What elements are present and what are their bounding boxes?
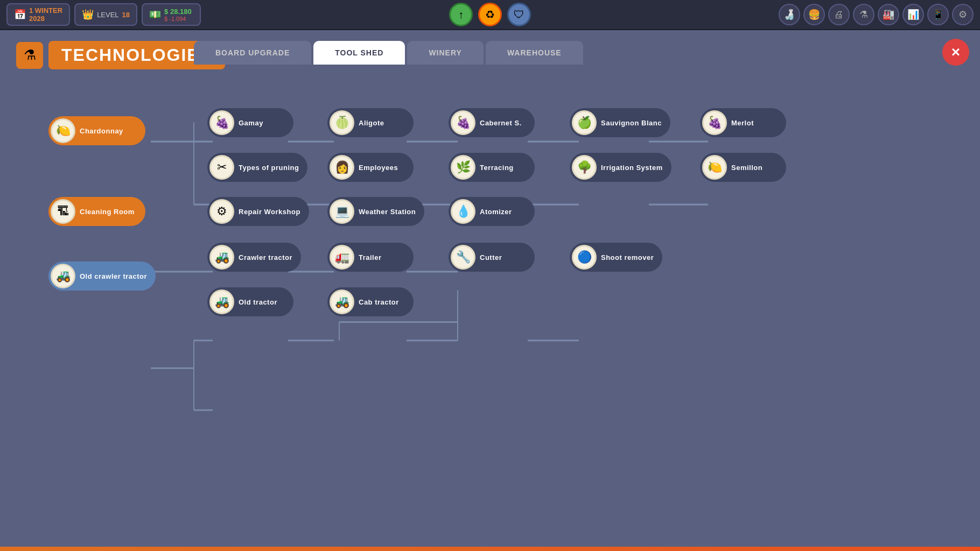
- irrigation-icon: 🌳: [572, 155, 597, 180]
- node-gamay[interactable]: 🍇 Gamay: [207, 108, 293, 137]
- node-pruning[interactable]: ✂ Types of pruning: [207, 153, 307, 182]
- node-cab-tractor[interactable]: 🚜 Cab tractor: [327, 287, 414, 316]
- level-display: 👑 LEVEL 18: [74, 3, 137, 26]
- node-atomizer[interactable]: 💧 Atomizer: [449, 197, 535, 226]
- node-repair-workshop[interactable]: ⚙ Repair Workshop: [207, 197, 309, 226]
- tech-tree: 🍋 Chardonnay 🏗 Cleaning Room 🚜 Old crawl…: [16, 105, 964, 525]
- icon-btn-settings[interactable]: ⚙: [952, 4, 974, 25]
- repair-workshop-label: Repair Workshop: [239, 208, 300, 216]
- topbar-right: 🍶 🍔 🖨 ⚗ 🏭 📊 📱 ⚙: [779, 4, 974, 25]
- shoot-remover-icon: 🔵: [572, 245, 597, 270]
- gamay-icon: 🍇: [209, 110, 234, 135]
- bottom-bar: [0, 547, 980, 551]
- pruning-label: Types of pruning: [239, 164, 299, 172]
- node-shoot-remover[interactable]: 🔵 Shoot remover: [570, 243, 662, 272]
- cabernet-icon: 🍇: [451, 110, 475, 135]
- old-crawler-icon: 🚜: [51, 264, 75, 288]
- node-old-crawler[interactable]: 🚜 Old crawler tractor: [48, 262, 156, 291]
- old-crawler-label: Old crawler tractor: [80, 272, 147, 280]
- icon-btn-chem[interactable]: ⚗: [853, 4, 874, 25]
- node-trailer[interactable]: 🚛 Trailer: [327, 243, 414, 272]
- action-btn-3[interactable]: 🛡: [507, 3, 531, 26]
- cleaning-room-icon: 🏗: [51, 199, 75, 224]
- money-display: 💵 $ 28.180 $ -1.094: [142, 3, 201, 26]
- semillon-icon: 🍋: [702, 155, 727, 180]
- year-label: 2028: [29, 15, 62, 23]
- money-amount: $ 28.180: [164, 8, 192, 16]
- merlot-icon: 🍇: [702, 110, 727, 135]
- old-tractor-label: Old tractor: [239, 298, 277, 306]
- weather-station-label: Weather Station: [359, 208, 416, 216]
- action-btn-1[interactable]: ↑: [449, 3, 473, 26]
- icon-btn-stats[interactable]: 📊: [902, 4, 924, 25]
- cutter-icon: 🔧: [451, 245, 475, 270]
- aligote-icon: 🍈: [330, 110, 354, 135]
- employees-label: Employees: [359, 164, 398, 172]
- season-display: 📅 1 WINTER 2028: [6, 3, 70, 26]
- repair-workshop-icon: ⚙: [209, 199, 234, 224]
- irrigation-label: Irrigation System: [601, 164, 663, 172]
- tab-warehouse[interactable]: WAREHOUSE: [486, 41, 583, 65]
- level-label: LEVEL: [97, 11, 118, 19]
- atomizer-label: Atomizer: [480, 208, 512, 216]
- cab-tractor-label: Cab tractor: [359, 298, 399, 306]
- main-content: ⚗ TECHNOLOGIES BOARD UPGRADE TOOL SHED W…: [0, 30, 980, 547]
- sauvignon-blanc-label: Sauvignon Blanc: [601, 119, 662, 127]
- tab-board-upgrade[interactable]: BOARD UPGRADE: [194, 41, 311, 65]
- weather-station-icon: 💻: [330, 199, 354, 224]
- node-semillon[interactable]: 🍋 Semillon: [700, 153, 786, 182]
- node-weather-station[interactable]: 💻 Weather Station: [327, 197, 424, 226]
- node-merlot[interactable]: 🍇 Merlot: [700, 108, 786, 137]
- close-button[interactable]: ×: [942, 39, 969, 66]
- node-chardonnay[interactable]: 🍋 Chardonnay: [48, 116, 145, 145]
- icon-btn-food[interactable]: 🍔: [803, 4, 825, 25]
- atomizer-icon: 💧: [451, 199, 475, 224]
- node-sauvignon-blanc[interactable]: 🍏 Sauvignon Blanc: [570, 108, 670, 137]
- terracing-icon: 🌿: [451, 155, 475, 180]
- node-cutter[interactable]: 🔧 Cutter: [449, 243, 535, 272]
- node-irrigation[interactable]: 🌳 Irrigation System: [570, 153, 671, 182]
- season-label: 1 WINTER: [29, 6, 62, 15]
- terracing-label: Terracing: [480, 164, 514, 172]
- sauvignon-blanc-icon: 🍏: [572, 110, 597, 135]
- trailer-icon: 🚛: [330, 245, 354, 270]
- topbar-center: ↑ ♻ 🛡: [449, 3, 531, 26]
- semillon-label: Semillon: [731, 164, 762, 172]
- node-aligote[interactable]: 🍈 Aligote: [327, 108, 414, 137]
- node-cabernet[interactable]: 🍇 Cabernet S.: [449, 108, 535, 137]
- icon-btn-mobile[interactable]: 📱: [927, 4, 949, 25]
- money-delta: $ -1.094: [164, 16, 192, 22]
- aligote-label: Aligote: [359, 119, 384, 127]
- old-tractor-icon: 🚜: [209, 289, 234, 314]
- pruning-icon: ✂: [209, 155, 234, 180]
- cab-tractor-icon: 🚜: [330, 289, 354, 314]
- merlot-label: Merlot: [731, 119, 754, 127]
- cutter-label: Cutter: [480, 253, 502, 262]
- topbar: 📅 1 WINTER 2028 👑 LEVEL 18 💵 $ 28.180 $ …: [0, 0, 980, 30]
- node-employees[interactable]: 👩 Employees: [327, 153, 414, 182]
- topbar-left: 📅 1 WINTER 2028 👑 LEVEL 18 💵 $ 28.180 $ …: [6, 3, 201, 26]
- action-btn-2[interactable]: ♻: [478, 3, 502, 26]
- node-terracing[interactable]: 🌿 Terracing: [449, 153, 535, 182]
- icon-btn-print[interactable]: 🖨: [828, 4, 850, 25]
- cleaning-room-label: Cleaning Room: [80, 208, 135, 216]
- icon-btn-factory[interactable]: 🏭: [878, 4, 899, 25]
- icon-btn-bottle[interactable]: 🍶: [779, 4, 800, 25]
- node-cleaning-room[interactable]: 🏗 Cleaning Room: [48, 197, 145, 226]
- shoot-remover-label: Shoot remover: [601, 253, 654, 262]
- chardonnay-icon: 🍋: [51, 118, 75, 143]
- tab-winery[interactable]: WINERY: [407, 41, 483, 65]
- employees-icon: 👩: [330, 155, 354, 180]
- trailer-label: Trailer: [359, 253, 382, 262]
- crawler-tractor-icon: 🚜: [209, 245, 234, 270]
- chardonnay-label: Chardonnay: [80, 127, 123, 135]
- title-icon: ⚗: [16, 42, 43, 69]
- gamay-label: Gamay: [239, 119, 263, 127]
- node-old-tractor[interactable]: 🚜 Old tractor: [207, 287, 293, 316]
- crawler-tractor-label: Crawler tractor: [239, 253, 292, 262]
- node-crawler-tractor[interactable]: 🚜 Crawler tractor: [207, 243, 301, 272]
- tab-tool-shed[interactable]: TOOL SHED: [313, 41, 405, 65]
- level-value: 18: [122, 11, 130, 19]
- cabernet-label: Cabernet S.: [480, 119, 522, 127]
- tabs-bar: BOARD UPGRADE TOOL SHED WINERY WAREHOUSE: [194, 41, 585, 65]
